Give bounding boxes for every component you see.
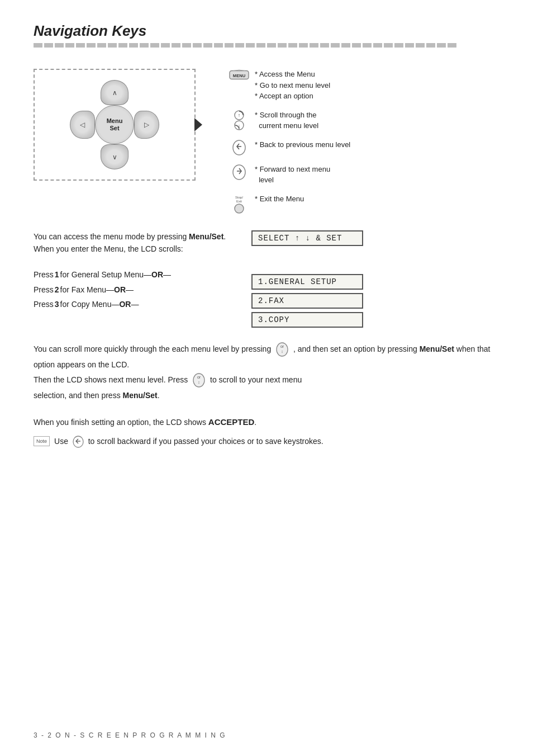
- key-item-stop: Stop/ Exit * Exit the Menu: [229, 193, 499, 214]
- press-row-2: Press 2 for Fax Menu—OR—: [34, 284, 235, 296]
- svg-point-17: [73, 436, 83, 447]
- nav-down-button: ∨: [101, 144, 129, 169]
- back-key-text: * Back to previous menu level: [255, 139, 350, 150]
- stop-key-text: * Exit the Menu: [255, 193, 304, 205]
- nav-cross: ∧ ∨ ◁ ▷ Menu Set: [70, 80, 159, 169]
- nav-left-button: ◁: [70, 111, 95, 139]
- nav-right-button: ▷: [134, 111, 159, 139]
- keypad-diagram: ∧ ∨ ◁ ▷ Menu Set: [34, 63, 212, 186]
- key-descriptions: MENU * Access the Menu * Go to next menu…: [229, 63, 499, 214]
- forward-key-text: * Forward to next menu level: [255, 164, 330, 186]
- svg-point-10: [235, 204, 244, 213]
- svg-text:or: or: [280, 344, 284, 348]
- lcd-line-2: 2.FAX: [251, 293, 363, 309]
- forward-icon: [229, 164, 249, 181]
- scroll-text-5: to scroll to your next menu: [210, 375, 302, 384]
- right-arrow-icon: ▷: [144, 121, 149, 129]
- scroll-menuset-1: Menu/Set: [420, 344, 454, 353]
- scroll-text-6: selection, and then press: [34, 391, 123, 400]
- up-arrow-icon: ∧: [112, 89, 117, 97]
- left-arrow-icon: ◁: [80, 121, 85, 129]
- arrow-indicator: [194, 118, 202, 131]
- desc-paragraph: You can access the menu mode by pressing…: [34, 230, 235, 256]
- desc-section: You can access the menu mode by pressing…: [34, 230, 499, 256]
- inline-scroll-icon-2: or ↕: [192, 372, 206, 389]
- scroll-key-text: * Scroll through the current menu level: [255, 110, 318, 131]
- accepted-section: When you finish setting an option, the L…: [34, 414, 499, 429]
- key-item-menuset: MENU * Access the Menu * Go to next menu…: [229, 69, 499, 102]
- accepted-word: ACCEPTED: [208, 417, 255, 427]
- stop-icon: Stop/ Exit: [229, 193, 249, 214]
- menuset-key-text: * Access the Menu * Go to next menu leve…: [255, 69, 330, 102]
- scroll-text-4: Then the LCD shows next menu level. Pres…: [34, 375, 190, 384]
- scroll-icon: ↑ ↓: [229, 110, 249, 131]
- svg-text:↕: ↕: [281, 349, 283, 353]
- note-text: Use to scroll backward if you passed you…: [54, 435, 323, 448]
- svg-text:Exit: Exit: [236, 200, 242, 203]
- scroll-text-1: You can scroll more quickly through the …: [34, 344, 271, 353]
- menu-set-button: Menu Set: [95, 105, 134, 144]
- scroll-text-2: , and then set an option by pressing: [293, 344, 420, 353]
- inline-back-icon-note: [72, 435, 84, 448]
- key-item-back: * Back to previous menu level: [229, 139, 499, 156]
- scroll-paragraph: You can scroll more quickly through the …: [34, 341, 492, 403]
- back-icon: [229, 139, 249, 156]
- footer: 3 - 2 O N - S C R E E N P R O G R A M M …: [34, 731, 226, 739]
- keypad-dashed-box: ∧ ∨ ◁ ▷ Menu Set: [34, 69, 196, 181]
- svg-text:↑: ↑: [238, 112, 241, 118]
- key-item-scroll: ↑ ↓ * Scroll through the current menu le…: [229, 110, 499, 131]
- svg-text:↓: ↓: [238, 123, 241, 129]
- press-lcd-section: Press 1 for General Setup Menu—OR— Press…: [34, 268, 499, 328]
- lcd-line-3: 3.COPY: [251, 312, 363, 328]
- top-section: ∧ ∨ ◁ ▷ Menu Set: [34, 63, 499, 214]
- title-separator: [34, 43, 499, 48]
- scroll-menuset-2: Menu/Set: [123, 391, 158, 400]
- accepted-prefix: When you finish setting an option, the L…: [34, 418, 206, 427]
- key-item-forward: * Forward to next menu level: [229, 164, 499, 186]
- svg-text:↕: ↕: [198, 380, 200, 384]
- lcd-displays: 1.GENERAL SETUP 2.FAX 3.COPY: [251, 274, 363, 328]
- lcd-select-box: SELECT ↑ ↓ & SET: [251, 230, 363, 246]
- press-section: Press 1 for General Setup Menu—OR— Press…: [34, 268, 235, 316]
- lcd-select-display: SELECT ↑ ↓ & SET: [251, 230, 363, 246]
- svg-point-6: [233, 140, 245, 155]
- nav-up-button: ∧: [101, 80, 129, 105]
- svg-text:Stop/: Stop/: [235, 196, 243, 199]
- page-title: Navigation Keys: [34, 22, 499, 40]
- note-section: Note Use to scroll backward if you passe…: [34, 435, 499, 448]
- inline-scroll-icon-1: or ↕: [275, 341, 289, 358]
- menuset-icon: MENU: [229, 69, 249, 81]
- down-arrow-icon: ∨: [112, 153, 117, 161]
- svg-point-7: [233, 165, 245, 179]
- svg-text:MENU: MENU: [233, 73, 245, 78]
- svg-text:or: or: [197, 375, 201, 379]
- note-badge: Note: [34, 436, 50, 446]
- lcd-line-1: 1.GENERAL SETUP: [251, 274, 363, 290]
- press-row-3: Press 3 for Copy Menu—OR—: [34, 298, 235, 310]
- press-row-1: Press 1 for General Setup Menu—OR—: [34, 268, 235, 281]
